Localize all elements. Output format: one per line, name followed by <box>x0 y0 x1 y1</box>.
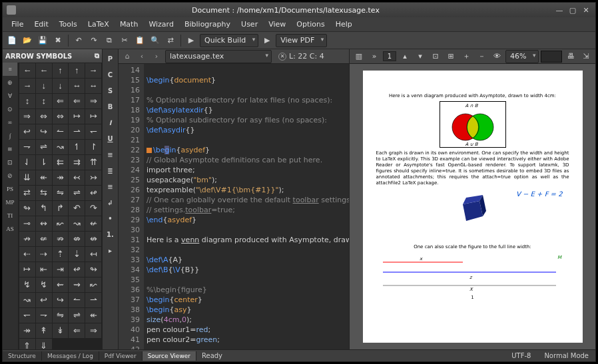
arrow-symbol[interactable]: ↦ <box>19 262 35 277</box>
arrow-symbol[interactable]: ↔ <box>85 79 101 93</box>
arrow-symbol[interactable]: ↩ <box>19 124 35 139</box>
arrow-symbol[interactable]: ⇆ <box>36 186 52 200</box>
menu-tools[interactable]: Tools <box>55 19 82 30</box>
arrow-symbol[interactable]: ↽ <box>85 124 101 139</box>
arrow-symbol[interactable]: ↽ <box>19 308 35 323</box>
menu-wizard[interactable]: Wizard <box>144 19 178 30</box>
menu-view[interactable]: View <box>264 19 290 30</box>
arrow-symbol[interactable]: ↜ <box>85 277 101 292</box>
pv-zoomout-icon[interactable]: － <box>475 50 488 63</box>
panel-detach-icon[interactable]: ⧉ <box>95 52 99 60</box>
file-combo[interactable]: latexusage.tex <box>165 50 272 63</box>
close-icon[interactable]: ✕ <box>581 5 591 15</box>
arrow-symbol[interactable]: ↫ <box>69 262 85 277</box>
arrow-symbol[interactable]: ⇉ <box>69 155 85 170</box>
pv-external-icon[interactable]: ⇲ <box>579 50 593 63</box>
arrow-symbol[interactable]: ⇇ <box>53 155 69 170</box>
symcat-8[interactable]: ⊘ <box>3 169 17 182</box>
arrow-symbol[interactable]: ⇣ <box>69 247 85 262</box>
pv-fitw-icon[interactable]: ⊞ <box>444 50 457 63</box>
page-input[interactable] <box>383 51 396 61</box>
pv-up-icon[interactable]: ▴ <box>398 50 412 63</box>
symcat-6[interactable]: ≅ <box>3 142 17 156</box>
arrow-symbol[interactable]: ⇄ <box>19 186 35 200</box>
list-icon[interactable]: • <box>103 211 118 226</box>
arrow-symbol[interactable]: ⇐ <box>53 94 69 108</box>
arrow-symbol[interactable]: ↫ <box>85 186 101 200</box>
pv-columns-icon[interactable]: ▥ <box>352 50 366 63</box>
symcat-2[interactable]: ∀ <box>3 89 17 102</box>
arrow-symbol[interactable]: ⇊ <box>19 170 35 185</box>
arrow-symbol[interactable]: ⇑ <box>19 339 35 349</box>
minimize-icon[interactable]: — <box>554 5 565 15</box>
arrow-symbol[interactable]: ↦ <box>85 109 101 124</box>
center-icon[interactable]: ≣ <box>103 163 118 178</box>
arrow-symbol[interactable]: ↢ <box>69 170 85 185</box>
symcat-7[interactable]: ⊡ <box>3 156 17 169</box>
arrow-symbol[interactable]: ↷ <box>85 201 101 216</box>
symcat-5[interactable]: ∫ <box>3 129 17 142</box>
pv-down-icon[interactable]: ▾ <box>414 50 427 63</box>
arrow-symbol[interactable]: ↼ <box>53 124 69 139</box>
arrow-symbol[interactable]: ↠ <box>53 170 69 185</box>
arrow-symbol[interactable]: ↚ <box>85 216 101 231</box>
symcat-3[interactable]: ⊙ <box>3 102 17 116</box>
item-icon[interactable]: ▸ <box>103 243 118 258</box>
arrow-symbol[interactable]: ↜ <box>53 216 69 231</box>
arrow-symbol[interactable]: ↝ <box>69 216 85 231</box>
symcat-12[interactable]: AS <box>3 222 17 236</box>
arrow-symbol[interactable]: → <box>85 63 101 78</box>
bottom-tab-pdf-viewer[interactable]: Pdf Viewer <box>99 351 143 361</box>
pv-fit-icon[interactable]: ⊡ <box>429 50 442 63</box>
arrow-symbol[interactable]: ↿ <box>69 140 85 154</box>
arrow-symbol[interactable]: ↶ <box>69 201 85 216</box>
save-icon[interactable]: 💾 <box>36 34 49 47</box>
copy-icon[interactable]: ⧉ <box>103 34 116 47</box>
arrow-symbol[interactable]: ⇔ <box>36 109 52 124</box>
menu-file[interactable]: File <box>7 19 28 30</box>
arrow-symbol[interactable]: ↞ <box>85 308 101 323</box>
bold-icon[interactable]: B <box>103 99 118 114</box>
bottom-tab-structure[interactable]: Structure <box>3 351 42 361</box>
symcat-11[interactable]: TI <box>3 209 17 222</box>
arrow-symbol[interactable]: ↓ <box>36 79 52 93</box>
next-file-icon[interactable]: › <box>150 51 162 63</box>
menu-bibliography[interactable]: Bibliography <box>180 19 235 30</box>
run2-icon[interactable]: ▶ <box>260 34 274 47</box>
menu-user[interactable]: User <box>236 19 262 30</box>
arrow-symbol[interactable]: ↟ <box>36 323 52 338</box>
arrow-symbol[interactable]: ↕ <box>19 94 35 108</box>
menu-latex[interactable]: LaTeX <box>83 19 114 30</box>
arrow-symbol[interactable]: ⇤ <box>36 262 52 277</box>
run-icon[interactable]: ▶ <box>184 34 198 47</box>
arrow-symbol[interactable]: ↪ <box>53 293 69 307</box>
arrow-symbol[interactable]: ↼ <box>69 293 85 307</box>
arrow-symbol[interactable]: ← <box>36 63 52 78</box>
arrow-symbol[interactable]: ⇌ <box>69 186 85 200</box>
arrow-symbol[interactable]: ↝ <box>19 293 35 307</box>
symcat-4[interactable]: ∞ <box>3 116 17 129</box>
symcat-9[interactable]: PS <box>3 182 17 196</box>
home-icon[interactable]: ⌂ <box>121 51 133 63</box>
menu-edit[interactable]: Edit <box>29 19 53 30</box>
underline-icon[interactable]: U <box>103 131 118 146</box>
replace-icon[interactable]: ⇄ <box>164 34 177 47</box>
arrow-symbol[interactable]: ↩ <box>36 293 52 307</box>
arrow-symbol[interactable]: → <box>19 79 35 93</box>
arrow-symbol[interactable]: ↾ <box>85 140 101 154</box>
arrow-symbol[interactable]: ↱ <box>53 201 69 216</box>
arrow-symbol[interactable]: ↞ <box>36 170 52 185</box>
arrow-symbol[interactable]: ⇀ <box>85 293 101 307</box>
arrow-symbol[interactable]: ⇁ <box>19 140 35 154</box>
symcat-1[interactable]: ⊕ <box>3 76 17 89</box>
arrow-symbol[interactable]: ↕ <box>36 94 52 108</box>
arrow-symbol[interactable]: ↡ <box>53 323 69 338</box>
arrow-symbol[interactable]: ⇀ <box>69 124 85 139</box>
pv-continuous-icon[interactable]: » <box>368 50 381 63</box>
arrow-symbol[interactable]: ⇝ <box>69 277 85 292</box>
redo-icon[interactable]: ↷ <box>87 34 101 47</box>
pv-zoomin-icon[interactable]: ＋ <box>459 50 473 63</box>
arrow-symbol[interactable]: ⇏ <box>53 232 69 246</box>
chapter-icon[interactable]: C <box>103 67 118 82</box>
arrow-symbol[interactable]: ↝ <box>53 140 69 154</box>
